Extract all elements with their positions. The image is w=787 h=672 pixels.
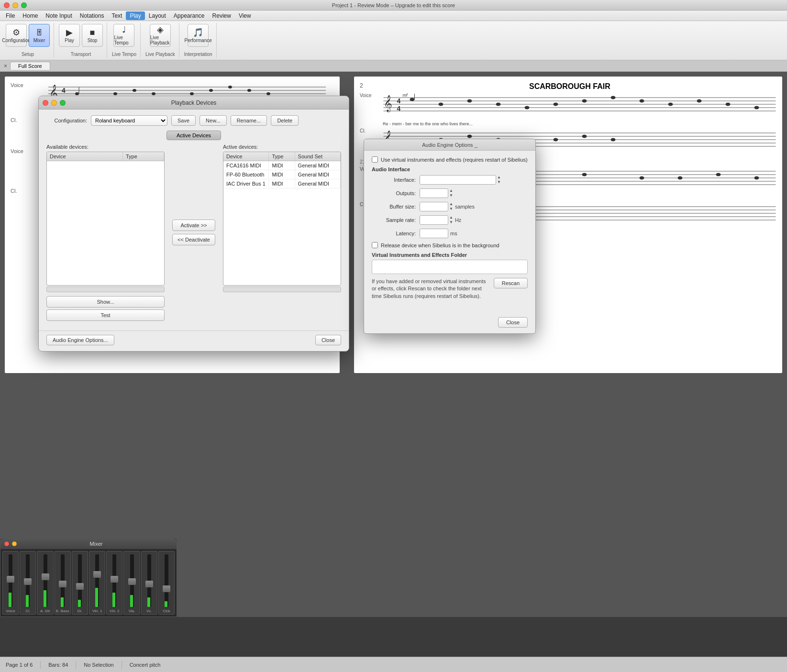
svg-text:4: 4: [397, 105, 401, 112]
dialog-min-btn[interactable]: [51, 100, 57, 106]
mixer-label-voice: Voice: [6, 609, 15, 613]
tab-full-score[interactable]: Full Score: [10, 62, 50, 70]
delete-button[interactable]: Delete: [271, 115, 299, 126]
outputs-down[interactable]: ▼: [449, 193, 453, 198]
mixer-close-btn[interactable]: [4, 541, 9, 546]
fader-clck[interactable]: [163, 585, 170, 592]
release-device-checkbox[interactable]: [372, 242, 378, 248]
fader-track-voice: [9, 554, 12, 607]
tab-close-x[interactable]: ×: [4, 63, 7, 69]
aed-close-button[interactable]: Close: [498, 317, 528, 328]
save-button[interactable]: Save: [171, 115, 196, 126]
menu-view[interactable]: View: [235, 11, 255, 20]
svg-point-16: [209, 89, 213, 92]
live-playback-button[interactable]: ◈ Live Playback: [150, 24, 171, 47]
virtual-instruments-checkbox[interactable]: [372, 156, 378, 163]
fader-track-clck: [165, 554, 168, 607]
active-device-row-1[interactable]: FP-60 Bluetooth MIDI General MIDI: [223, 170, 341, 179]
fader-cl[interactable]: [24, 578, 32, 585]
available-scrollbar[interactable]: [46, 286, 165, 292]
menu-home[interactable]: Home: [19, 11, 42, 20]
latency-unit: ms: [450, 231, 457, 236]
live-tempo-button[interactable]: ♩ Live Tempo: [113, 24, 134, 47]
minimize-button[interactable]: [12, 2, 18, 8]
mixer-channel-vln2: Vln. 2: [106, 551, 122, 615]
active-devices-tab[interactable]: Active Devices: [166, 131, 221, 140]
sample-rate-unit: Hz: [455, 217, 461, 223]
fader-track-vln2: [112, 554, 116, 607]
latency-input[interactable]: [420, 229, 448, 238]
fader-vc[interactable]: [145, 581, 153, 587]
fader-vln2[interactable]: [111, 576, 118, 583]
interface-input[interactable]: [420, 175, 496, 185]
fader-vln1[interactable]: [93, 571, 101, 578]
cl-label-1: Cl.: [11, 117, 34, 123]
stop-label: Stop: [88, 38, 98, 43]
maximize-button[interactable]: [21, 2, 27, 8]
svg-text:4: 4: [62, 87, 66, 94]
fader-dr[interactable]: [76, 583, 84, 590]
status-pitch: Concert pitch: [130, 662, 161, 668]
mixer-min-btn[interactable]: [12, 541, 17, 546]
menu-appearance[interactable]: Appearance: [170, 11, 209, 20]
sample-rate-input[interactable]: [420, 215, 448, 225]
window-title: Project 1 - Review Mode – Upgrade to edi…: [332, 2, 455, 8]
toolbar-group-setup: ⚙ Configuration 🎚 Mixer Setup: [2, 23, 54, 58]
svg-point-90: [726, 103, 731, 106]
test-button[interactable]: Test: [46, 309, 165, 321]
toolbar-group-transport: ▶ Play ■ Stop Transport: [55, 23, 107, 58]
sample-rate-down[interactable]: ▼: [449, 220, 453, 225]
fader-agtr[interactable]: [42, 573, 49, 580]
svg-point-83: [525, 106, 530, 110]
toolbar-group-live-playback: ◈ Live Playback Live Playback: [142, 23, 179, 58]
menu-note-input[interactable]: Note Input: [42, 11, 76, 20]
configuration-button[interactable]: ⚙ Configuration: [6, 24, 27, 47]
live-tempo-icon: ♩: [122, 25, 126, 34]
active-device-row-0[interactable]: FCA1616 MIDI MIDI General MIDI: [223, 161, 341, 170]
dialog-max-btn[interactable]: [60, 100, 66, 106]
title-bar: Project 1 - Review Mode – Upgrade to edi…: [0, 0, 787, 11]
menu-layout[interactable]: Layout: [145, 11, 170, 20]
menu-play[interactable]: Play: [126, 11, 144, 20]
outputs-up[interactable]: ▲: [449, 188, 453, 193]
play-button[interactable]: ▶ Play: [59, 24, 80, 47]
stepper-down[interactable]: ▼: [497, 180, 501, 185]
sample-rate-up[interactable]: ▲: [449, 215, 453, 220]
buffer-down[interactable]: ▼: [449, 207, 453, 211]
stepper-up[interactable]: ▲: [497, 175, 501, 180]
playback-close-button[interactable]: Close: [315, 335, 341, 345]
fader-track-dr: [78, 554, 82, 607]
fader-track-ebass: [61, 554, 65, 607]
svg-point-91: [754, 106, 759, 110]
deactivate-button[interactable]: << Deactivate: [172, 234, 215, 245]
dialog-close-btn[interactable]: [43, 100, 48, 106]
fader-voice[interactable]: [7, 576, 14, 583]
new-button[interactable]: New...: [200, 115, 227, 126]
stop-button[interactable]: ■ Stop: [82, 24, 103, 47]
menu-file[interactable]: File: [2, 11, 19, 20]
audio-engine-options-button[interactable]: Audio Engine Options...: [46, 335, 114, 345]
svg-point-120: [716, 173, 721, 176]
rescan-button[interactable]: Rescan: [494, 278, 528, 288]
menu-text[interactable]: Text: [108, 11, 126, 20]
menu-notations[interactable]: Notations: [76, 11, 108, 20]
menu-bar: File Home Note Input Notations Text Play…: [0, 11, 787, 21]
mixer-channel-vln1: Vln. 1: [89, 551, 105, 615]
svg-point-118: [640, 176, 644, 180]
fader-vla[interactable]: [128, 578, 136, 585]
fader-ebass[interactable]: [59, 581, 67, 587]
menu-review[interactable]: Review: [209, 11, 235, 20]
active-scrollbar[interactable]: [223, 286, 341, 292]
activate-button[interactable]: Activate >>: [172, 220, 215, 231]
outputs-stepper: ▲ ▼: [449, 188, 453, 198]
close-button[interactable]: [4, 2, 10, 8]
performance-button[interactable]: 🎵 Performance: [188, 24, 209, 47]
buffer-up[interactable]: ▲: [449, 202, 453, 207]
buffer-size-input[interactable]: [420, 202, 448, 211]
rename-button[interactable]: Rename...: [231, 115, 267, 126]
config-select[interactable]: Roland keyboard: [91, 115, 167, 126]
active-device-row-2[interactable]: IAC Driver Bus 1 MIDI General MIDI: [223, 179, 341, 188]
mixer-button[interactable]: 🎚 Mixer: [29, 24, 50, 47]
outputs-input[interactable]: [420, 188, 448, 198]
show-button[interactable]: Show...: [46, 296, 165, 308]
